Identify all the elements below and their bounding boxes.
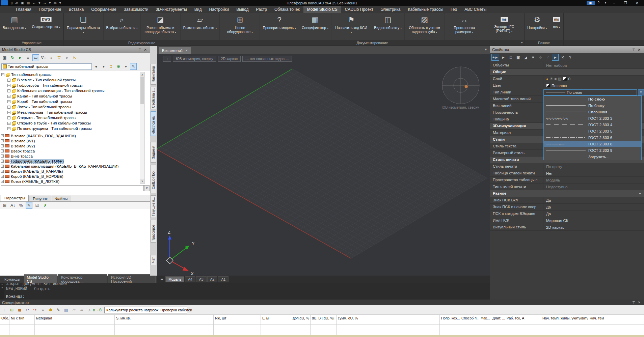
guid-search-icon[interactable]: ⌕ [63, 54, 70, 61]
layout-tab[interactable]: A1 [218, 276, 229, 282]
export-icon[interactable]: ⇱ [71, 54, 78, 61]
table-column-header[interactable]: Фак... [479, 315, 491, 325]
ribbon-button[interactable]: ▱ Разместить объект ▾ [181, 13, 220, 40]
expand-icon[interactable]: + [1, 180, 4, 183]
help-icon[interactable]: ? [567, 54, 573, 61]
expand-icon[interactable]: + [1, 165, 4, 168]
layer-freeze-icon[interactable]: ☀ [550, 77, 553, 81]
menu-item[interactable]: Электрика [377, 6, 404, 13]
remove-list-icon[interactable]: ✗ [42, 202, 49, 209]
detail-tab[interactable]: Файлы [52, 196, 72, 201]
menu-item[interactable]: Вывод [233, 6, 252, 13]
table-column-header[interactable]: Способ п... [460, 315, 479, 325]
sort-az-icon[interactable]: A↓ [9, 202, 16, 209]
table-column-header[interactable]: Nж, шт [214, 315, 261, 325]
table-cell[interactable] [9, 325, 35, 335]
funnel-icon[interactable]: ▽ [56, 54, 62, 61]
options-icon[interactable]: ▪ [0, 286, 4, 289]
ribbon-button[interactable]: ⊞ Новое оборудование ▾ [220, 13, 260, 40]
type-search-input[interactable] [1, 63, 92, 70]
table-cell[interactable] [460, 325, 479, 335]
layout-tab[interactable]: A3 [196, 276, 207, 282]
open-file-icon[interactable]: ▱ [14, 1, 20, 5]
close-icon[interactable]: ✕ [143, 48, 148, 52]
color-swatch[interactable] [546, 84, 550, 87]
undo-icon[interactable]: ↶ [24, 307, 31, 313]
menu-item[interactable]: Главная [12, 6, 35, 13]
clear-filter-button[interactable]: x [144, 185, 150, 191]
edit-params-icon[interactable]: ✎ [26, 202, 32, 209]
view-direction-button[interactable]: ЮВ изометрия, сверху [173, 56, 216, 62]
undo-icon[interactable]: ← [31, 1, 37, 5]
specification-select[interactable]: Калькулятор расчета нагрузок_Проверка ка… [104, 307, 187, 313]
ribbon-button[interactable]: ◪ Расчет объема и площади объекта ▾ [141, 13, 181, 40]
table-column-header[interactable]: Длит. ... [491, 315, 505, 325]
crossing-select-icon[interactable]: ▣ [515, 54, 521, 61]
percent-icon[interactable]: % [18, 202, 24, 209]
menu-item[interactable]: Настройки [205, 6, 233, 13]
table-cell[interactable] [491, 325, 505, 335]
menu-item[interactable]: Вид [191, 6, 206, 13]
list-item[interactable]: + Канал (КАБЕЛЬ_В_КАНАЛЕ) [1, 169, 137, 174]
collapse-icon[interactable]: − [639, 190, 644, 197]
gray-circle-icon[interactable]: ● [93, 63, 100, 70]
model-canvas[interactable]: Z Y X +ЮВ изометрия, сверху2D-каркас--- … [157, 54, 490, 276]
save-all-icon[interactable]: ▤ [25, 1, 31, 5]
linetype-option[interactable]: Загрузить... [544, 153, 641, 160]
minimize-button[interactable]: – [609, 1, 619, 5]
ribbon-button[interactable]: ▦ Спецификатор ▾ [299, 13, 331, 40]
edit-cell-icon[interactable]: ✎ [55, 307, 62, 313]
list-item[interactable]: + Гофротруба (КАБЕЛЬ_ГОФР) [1, 159, 137, 164]
menu-item[interactable]: Зависимости [120, 6, 152, 13]
layout-tab[interactable]: A2 [207, 276, 218, 282]
table-cell[interactable] [440, 325, 460, 335]
command-prompt[interactable]: Команда: [6, 294, 25, 299]
command-line-panel[interactable]: ✳▪ Закрыт документ Без имени0 NEW,НОВЫЙ … [0, 283, 490, 300]
more-icon[interactable]: ▾ [58, 1, 62, 5]
tree-item[interactable]: + Гофротруба - Тип кабельной трассы [1, 83, 138, 88]
expand-icon[interactable]: + [1, 175, 4, 178]
ribbon-button[interactable]: ? Проверить модель ▾ [260, 13, 299, 40]
menu-item[interactable]: Растр [252, 6, 271, 13]
scroll-down-icon[interactable]: ∨ [140, 179, 144, 184]
property-section-common[interactable]: Общие − [490, 69, 644, 76]
menu-item[interactable]: Оформление [87, 6, 120, 13]
layer-color-swatch[interactable] [563, 77, 567, 81]
linetype-option[interactable]: По слою [544, 96, 641, 102]
ribbon-button[interactable]: ❏ Параметры объекта ▾ [64, 13, 104, 40]
tree-root-item[interactable]: − Тип кабельной трассы [1, 72, 138, 77]
table-column-header[interactable]: dU, В [ dU, %] [311, 315, 337, 325]
save-icon[interactable]: ▣ [19, 1, 25, 5]
ribbon-toggle-icon[interactable]: ▣ [587, 1, 594, 5]
menu-item[interactable]: Гео [447, 6, 461, 13]
close-icon[interactable]: ✕ [637, 48, 642, 52]
move-select-icon[interactable]: ✛ [537, 54, 544, 61]
list-item[interactable]: + Лоток (КАБЕЛЬ_В_ЛОТКЕ) [1, 179, 137, 184]
table-column-header[interactable]: Nк х тип [9, 315, 35, 325]
table-settings-icon[interactable]: ✱ [47, 307, 54, 313]
ribbon-button[interactable]: ⚙ Настройки ▾ [525, 13, 550, 40]
rename-icon[interactable]: a→б [94, 307, 101, 313]
side-tab[interactable]: CadLib Про... [151, 165, 156, 193]
collapse-icon[interactable]: − [1, 73, 4, 76]
expand-icon[interactable]: + [1, 139, 4, 142]
restore-button[interactable]: ❐ [620, 1, 631, 5]
ribbon-button[interactable]: ↔ Простановка размеров ▾ [445, 13, 484, 40]
side-tab[interactable]: electrica на... [151, 111, 156, 136]
refresh-db-icon[interactable]: ↻ [9, 54, 16, 61]
checklist-icon[interactable]: ☑ [34, 202, 41, 209]
ribbon-button[interactable]: ms Экспорт IFC (РФРИТ) ▾ [484, 13, 524, 40]
expand-icon[interactable]: + [7, 100, 10, 103]
menu-item[interactable]: Model Studio CS [303, 6, 341, 13]
table-cell[interactable] [505, 325, 541, 335]
linetype-option[interactable]: По блоку [544, 102, 641, 109]
list-item[interactable]: + В земле (W1) [1, 138, 137, 143]
tree-scrollbar[interactable]: ∧ ∨ [140, 72, 145, 184]
insert-column-icon[interactable]: ▥ [63, 307, 70, 313]
layer-lock-icon[interactable]: ■ [555, 77, 557, 81]
pin-icon[interactable]: ⊤ [631, 48, 637, 52]
tree-item[interactable]: + В земле - Тип кабельной трассы [1, 77, 138, 83]
ribbon-button[interactable]: ⌕ Выбрать объекты ▾ [104, 13, 141, 40]
layer-on-icon[interactable]: ● [546, 77, 548, 81]
list-item[interactable]: + Кабельная канализация (КАБЕЛЬ_В_КАБ_КА… [1, 164, 137, 169]
